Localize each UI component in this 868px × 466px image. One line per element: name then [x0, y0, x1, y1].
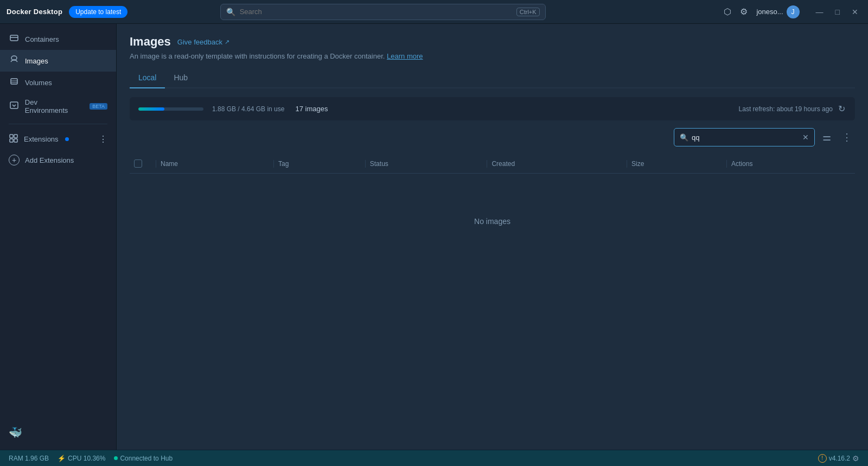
- cpu-status: ⚡ CPU 10.36%: [58, 455, 105, 462]
- tab-hub[interactable]: Hub: [165, 69, 196, 88]
- beta-badge: BETA: [90, 103, 107, 110]
- settings-cog-icon[interactable]: ⚙: [852, 454, 859, 463]
- search-icon: 🔍: [226, 8, 235, 16]
- select-all-column[interactable]: [130, 154, 151, 174]
- svg-rect-7: [10, 135, 13, 138]
- version-badge: ! v4.16.2 ⚙: [818, 454, 859, 463]
- version-label: v4.16.2: [829, 455, 850, 462]
- ram-status: RAM 1.96 GB: [9, 455, 49, 462]
- add-extensions-icon: +: [9, 155, 20, 165]
- storage-total: 4.64 GB: [241, 105, 265, 113]
- page-header: Images Give feedback ↗ An image is a rea…: [117, 24, 868, 69]
- storage-used: 1.88 GB: [212, 105, 236, 113]
- user-badge[interactable]: joneso... J: [756, 5, 799, 18]
- main-layout: Containers Images Volumes: [0, 24, 868, 450]
- learn-more-link[interactable]: Learn more: [387, 52, 423, 60]
- table-header-row: Name Tag Status Created Size: [130, 154, 855, 174]
- search-filter-row: 🔍 ✕ ⚌ ⋮: [117, 120, 868, 154]
- images-icon: [9, 55, 20, 67]
- size-col-label: Size: [627, 160, 644, 168]
- extensions-label: Extensions: [24, 135, 59, 143]
- sidebar-divider: [9, 124, 107, 124]
- extensions-menu-icon[interactable]: ⋮: [99, 134, 107, 144]
- volumes-icon: [9, 76, 20, 88]
- name-col-label: Name: [156, 160, 178, 168]
- window-controls: — □ ✕: [813, 7, 861, 17]
- sidebar-item-volumes-label: Volumes: [25, 79, 52, 87]
- col-size[interactable]: Size: [622, 154, 722, 174]
- sidebar: Containers Images Volumes: [0, 24, 117, 450]
- storage-count: 17 images: [295, 105, 328, 113]
- svg-rect-10: [14, 139, 17, 142]
- image-search-input[interactable]: [692, 133, 799, 142]
- more-options-button[interactable]: ⋮: [839, 129, 855, 145]
- tab-hub-label: Hub: [174, 73, 188, 82]
- storage-text: 1.88 GB / 4.64 GB in use: [212, 105, 284, 113]
- table-header: Name Tag Status Created Size: [130, 154, 855, 174]
- svg-rect-9: [10, 139, 13, 142]
- update-button[interactable]: Update to latest: [69, 6, 127, 18]
- tab-local[interactable]: Local: [130, 69, 165, 88]
- filter-button[interactable]: ⚌: [819, 129, 834, 145]
- hub-status-label: Connected to Hub: [120, 455, 173, 462]
- feedback-link[interactable]: Give feedback ↗: [177, 38, 229, 46]
- col-created[interactable]: Created: [482, 154, 622, 174]
- storage-section: 1.88 GB / 4.64 GB in use 17 images Last …: [130, 97, 855, 120]
- storage-bar-track: [138, 107, 203, 111]
- sidebar-item-add-extensions[interactable]: + Add Extensions: [0, 150, 116, 170]
- col-actions[interactable]: Actions: [722, 154, 855, 174]
- extensions-icon[interactable]: ⬡: [724, 7, 731, 17]
- sidebar-footer: 🐳: [0, 419, 116, 445]
- col-tag[interactable]: Tag: [269, 154, 361, 174]
- col-status[interactable]: Status: [361, 154, 483, 174]
- sidebar-item-images[interactable]: Images: [0, 50, 116, 72]
- add-extensions-label: Add Extensions: [25, 156, 74, 164]
- whale-icon: 🐳: [9, 426, 22, 439]
- storage-refresh: Last refresh: about 19 hours ago ↻: [739, 103, 846, 115]
- sidebar-item-dev-environments-label: Dev Environments: [25, 98, 82, 114]
- minimize-button[interactable]: —: [813, 7, 827, 17]
- image-search-icon: 🔍: [680, 133, 688, 142]
- ram-label: RAM 1.96 GB: [9, 455, 49, 462]
- extensions-sidebar-icon: [9, 133, 18, 145]
- storage-label: in use: [267, 105, 284, 113]
- refresh-button[interactable]: ↻: [837, 103, 846, 115]
- feedback-link-text: Give feedback: [177, 38, 222, 46]
- svg-rect-0: [10, 35, 18, 41]
- sidebar-item-containers[interactable]: Containers: [0, 28, 116, 50]
- sidebar-item-containers-label: Containers: [25, 35, 59, 43]
- svg-rect-8: [14, 135, 17, 138]
- content-area: Images Give feedback ↗ An image is a rea…: [117, 24, 868, 450]
- tabs: Local Hub: [130, 69, 855, 88]
- sidebar-item-dev-environments[interactable]: Dev Environments BETA: [0, 93, 116, 119]
- page-title: Images: [130, 35, 171, 49]
- hub-connection-status: Connected to Hub: [114, 455, 173, 462]
- sidebar-item-extensions[interactable]: Extensions ⋮: [0, 129, 116, 150]
- sidebar-item-volumes[interactable]: Volumes: [0, 72, 116, 93]
- empty-state-message: No images: [130, 174, 855, 270]
- subtitle-text: An image is a read-only template with in…: [130, 52, 385, 60]
- sidebar-item-images-label: Images: [25, 57, 48, 65]
- cpu-icon: ⚡: [58, 455, 66, 462]
- avatar: J: [787, 5, 800, 18]
- empty-state-row: No images: [130, 174, 855, 270]
- select-all-checkbox[interactable]: [134, 159, 142, 168]
- search-shortcut: Ctrl+K: [516, 8, 540, 16]
- global-search-box[interactable]: 🔍 Ctrl+K: [220, 4, 546, 20]
- maximize-button[interactable]: □: [832, 7, 843, 17]
- settings-icon[interactable]: ⚙: [740, 7, 748, 17]
- containers-icon: [9, 33, 20, 45]
- table-body: No images: [130, 174, 855, 270]
- page-title-row: Images Give feedback ↗: [130, 35, 855, 49]
- statusbar: RAM 1.96 GB ⚡ CPU 10.36% Connected to Hu…: [0, 450, 868, 466]
- col-name[interactable]: Name: [151, 154, 269, 174]
- close-button[interactable]: ✕: [848, 7, 861, 17]
- image-search-box[interactable]: 🔍 ✕: [674, 128, 815, 146]
- page-subtitle: An image is a read-only template with in…: [130, 52, 855, 60]
- clear-search-button[interactable]: ✕: [802, 133, 809, 142]
- refresh-text: Last refresh: about 19 hours ago: [739, 105, 833, 113]
- actions-col-label: Actions: [726, 160, 752, 168]
- global-search-input[interactable]: [240, 8, 512, 16]
- images-list: Name Tag Status Created Size: [130, 154, 855, 269]
- images-table: Name Tag Status Created Size: [117, 154, 868, 450]
